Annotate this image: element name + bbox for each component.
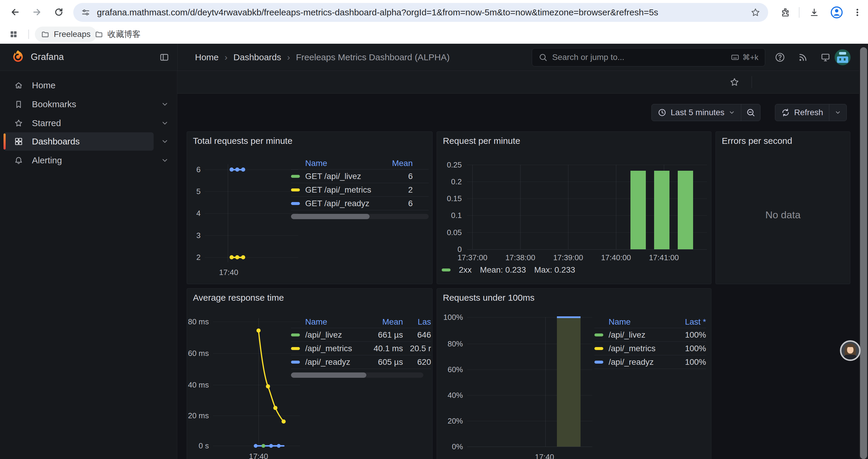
legend-row[interactable]: GET /api/_metrics 2 bbox=[291, 183, 429, 197]
series-name[interactable]: /api/_livez bbox=[609, 330, 668, 340]
forward-button[interactable] bbox=[27, 2, 47, 22]
bookmark-star-icon[interactable] bbox=[750, 7, 761, 18]
legend-header-name[interactable]: Name bbox=[291, 159, 374, 168]
sidebar-item-label: Home bbox=[32, 80, 56, 90]
zoom-out-time-button[interactable] bbox=[741, 104, 760, 121]
legend-header-last[interactable]: Las bbox=[403, 317, 431, 327]
user-avatar[interactable] bbox=[835, 49, 850, 65]
x-tick: 17:39:00 bbox=[543, 253, 593, 262]
scroll-thumb[interactable] bbox=[291, 214, 370, 219]
legend-row[interactable]: GET /api/_readyz 6 bbox=[291, 197, 429, 210]
back-button[interactable] bbox=[5, 2, 25, 22]
legend-header-last[interactable]: Last * bbox=[668, 317, 706, 327]
y-tick: 4 bbox=[189, 208, 200, 218]
breadcrumb-home[interactable]: Home bbox=[195, 52, 219, 62]
legend-table: Name Mean GET /api/_livez 6 GET /api/_me… bbox=[291, 157, 429, 219]
avatar-body bbox=[844, 355, 857, 361]
chevron-down-icon[interactable] bbox=[161, 100, 169, 108]
refresh-icon bbox=[781, 108, 790, 117]
series-name[interactable]: /api/_readyz bbox=[609, 357, 668, 367]
legend-row[interactable]: /api/_readyz 605 µs 620 bbox=[291, 355, 431, 369]
legend-row[interactable]: /api/_livez 100% bbox=[594, 328, 706, 342]
panel-requests-under-100ms[interactable]: Requests under 100ms 100% 80% 60% 40% 20… bbox=[437, 288, 711, 459]
profile-button[interactable] bbox=[828, 4, 845, 21]
chevron-down-icon[interactable] bbox=[161, 138, 169, 145]
page-scrollbar-thumb[interactable] bbox=[860, 47, 867, 459]
time-range-label: Last 5 minutes bbox=[671, 108, 724, 117]
bookmark-folder-freeleaps[interactable]: Freeleaps bbox=[35, 27, 97, 42]
legend-row[interactable]: /api/_readyz 100% bbox=[594, 355, 706, 369]
sidebar-item-dashboards[interactable]: Dashboards bbox=[4, 132, 154, 151]
series-swatch bbox=[594, 361, 603, 364]
legend-header-mean[interactable]: Mean bbox=[374, 159, 413, 168]
breadcrumb-dashboards[interactable]: Dashboards bbox=[234, 52, 281, 62]
downloads-button[interactable] bbox=[805, 4, 823, 21]
legend-header-mean[interactable]: Mean bbox=[365, 317, 403, 327]
time-range-picker[interactable]: Last 5 minutes bbox=[652, 104, 741, 121]
data-point bbox=[229, 255, 234, 259]
site-settings-icon[interactable] bbox=[81, 8, 90, 17]
panel-total-requests-per-minute[interactable]: Total requests per minute 6 5 4 3 2 17:4… bbox=[187, 131, 433, 284]
grafana-logo[interactable] bbox=[11, 50, 25, 64]
toolbar-divider bbox=[799, 7, 800, 18]
legend-hscrollbar[interactable] bbox=[291, 372, 423, 378]
x-tick: 17:37:00 bbox=[447, 253, 498, 262]
news-button[interactable] bbox=[795, 49, 811, 66]
apps-button[interactable] bbox=[5, 25, 23, 43]
search-input[interactable]: Search or jump to... ⌘+k bbox=[532, 48, 765, 66]
series-swatch bbox=[291, 202, 300, 205]
legend-header-row: Name Mean Las bbox=[291, 316, 431, 328]
series-name[interactable]: GET /api/_readyz bbox=[305, 199, 374, 208]
legend-hscrollbar[interactable] bbox=[291, 214, 429, 219]
legend-header-name[interactable]: Name bbox=[594, 317, 668, 327]
url-text[interactable]: grafana.mathmast.com/d/deytv4rwavabkb/fr… bbox=[97, 7, 744, 18]
panel-title: Errors per second bbox=[722, 136, 792, 146]
y-tick: 3 bbox=[189, 231, 200, 240]
series-name[interactable]: 2xx bbox=[459, 265, 472, 275]
gridline bbox=[205, 169, 298, 170]
scroll-thumb[interactable] bbox=[291, 372, 366, 378]
series-name[interactable]: /api/_readyz bbox=[305, 357, 365, 367]
chevron-down-icon[interactable] bbox=[161, 119, 169, 127]
extensions-button[interactable] bbox=[776, 4, 794, 21]
legend-row[interactable]: GET /api/_livez 6 bbox=[291, 169, 429, 183]
refresh-button[interactable]: Refresh bbox=[775, 104, 829, 121]
panel-request-per-minute[interactable]: Request per minute 0.25 0.2 0.15 0.1 0.0… bbox=[437, 131, 711, 284]
y-tick: 0.05 bbox=[438, 228, 462, 237]
panel-average-response-time[interactable]: Average response time 80 ms 60 ms 40 ms … bbox=[187, 288, 433, 459]
series-name[interactable]: /api/_metrics bbox=[609, 344, 668, 353]
series-swatch bbox=[291, 333, 300, 336]
area-fill-100pct bbox=[557, 317, 581, 447]
sidebar-item-starred[interactable]: Starred bbox=[4, 114, 154, 132]
address-bar[interactable]: grafana.mathmast.com/d/deytv4rwavabkb/fr… bbox=[73, 3, 768, 22]
series-name[interactable]: GET /api/_metrics bbox=[305, 185, 374, 195]
data-point bbox=[269, 444, 273, 448]
chevron-down-icon[interactable] bbox=[161, 157, 169, 164]
favorite-dashboard-button[interactable] bbox=[727, 75, 742, 89]
refresh-label: Refresh bbox=[794, 108, 823, 117]
help-button[interactable] bbox=[772, 49, 788, 66]
panel-errors-per-second[interactable]: Errors per second No data bbox=[716, 131, 850, 284]
sidebar-item-bookmarks[interactable]: Bookmarks bbox=[4, 95, 154, 113]
legend-row[interactable]: /api/_metrics 100% bbox=[594, 342, 706, 355]
series-name[interactable]: GET /api/_livez bbox=[305, 172, 374, 181]
dock-menu-button[interactable] bbox=[156, 49, 173, 66]
sidebar-item-alerting[interactable]: Alerting bbox=[4, 151, 154, 169]
legend[interactable]: 2xx Mean: 0.233 Max: 0.233 bbox=[442, 265, 575, 275]
series-name[interactable]: /api/_livez bbox=[305, 330, 365, 340]
kiosk-mode-button[interactable] bbox=[817, 49, 834, 66]
series-last: 646 bbox=[403, 330, 431, 340]
floating-assistant-avatar[interactable] bbox=[840, 340, 861, 361]
y-tick: 40% bbox=[438, 391, 463, 400]
refresh-interval-button[interactable] bbox=[829, 104, 846, 121]
browser-menu-button[interactable] bbox=[848, 4, 866, 21]
reload-button[interactable] bbox=[49, 2, 68, 22]
bookmark-folder-blogs[interactable]: 收藏博客 bbox=[89, 27, 147, 42]
legend-row[interactable]: /api/_livez 661 µs 646 bbox=[291, 328, 431, 342]
legend-row[interactable]: /api/_metrics 40.1 ms 20.5 r bbox=[291, 342, 431, 355]
series-name[interactable]: /api/_metrics bbox=[305, 344, 365, 353]
dashboard-subnav: Export Share bbox=[177, 71, 868, 94]
series-swatch bbox=[291, 175, 300, 178]
sidebar-item-home[interactable]: Home bbox=[4, 76, 154, 95]
legend-header-name[interactable]: Name bbox=[291, 317, 365, 327]
